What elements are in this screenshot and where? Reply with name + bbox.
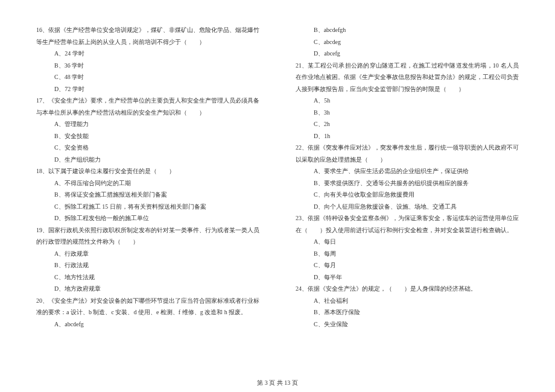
q16-text: 16、依据《生产经营单位安全培训规定》，煤矿、非煤矿山、危险化学品、烟花爆竹等生… bbox=[36, 24, 259, 48]
q22-opt-b: B、要求提供医疗、交通等公共服务的组织提供相应的服务 bbox=[296, 177, 519, 189]
q17-opt-c: C、安全资格 bbox=[36, 142, 259, 154]
page-container: 16、依据《生产经营单位安全培训规定》，煤矿、非煤矿山、危险化学品、烟花爆竹等生… bbox=[0, 0, 555, 374]
q23-opt-d: D、每半年 bbox=[296, 271, 519, 283]
q20-text: 20、《安全生产法》对安全设备的如下哪些环节提出了应当符合国家标准或者行业标准的… bbox=[36, 295, 259, 318]
q24-text: 24、依据《安全生产法》的规定，（ ）是人身保障的经济基础。 bbox=[296, 283, 519, 295]
right-column: B、abcdefgh C、abcdeg D、abcefg 21、某工程公司承担公… bbox=[296, 24, 519, 356]
q21-opt-c: C、2h bbox=[296, 118, 519, 130]
q20-opt-b: B、abcdefgh bbox=[296, 24, 519, 36]
q22-opt-c: C、向有关单位收取全部应急救援费用 bbox=[296, 189, 519, 201]
q22-text: 22、依据《突发事件应对法》，突发事件发生后，履行统一领导职责的人民政府不可以采… bbox=[296, 142, 519, 165]
q18-text: 18、以下属于建设单位未履行安全责任的是（ ） bbox=[36, 165, 259, 177]
q22-opt-a: A、要求生产、供应生活必需品的企业组织生产，保证供给 bbox=[296, 165, 519, 177]
q19-opt-a: A、行政规章 bbox=[36, 248, 259, 260]
q17-opt-d: D、生产组织能力 bbox=[36, 154, 259, 166]
q20-opt-c: C、abcdeg bbox=[296, 36, 519, 48]
q21-opt-b: B、3h bbox=[296, 107, 519, 119]
q21-opt-d: D、1h bbox=[296, 130, 519, 142]
q23-opt-c: C、每月 bbox=[296, 259, 519, 271]
q21-opt-a: A、5h bbox=[296, 95, 519, 107]
page-footer: 第 3 页 共 13 页 bbox=[0, 379, 555, 387]
q16-opt-c: C、48 学时 bbox=[36, 71, 259, 83]
q23-text: 23、依据《特种设备安全监察条例》，为保证乘客安全，客运缆车的运营使用单位应在（… bbox=[296, 212, 519, 236]
q18-opt-b: B、将保证安全施工措施报送相关部门备案 bbox=[36, 189, 259, 201]
q17-opt-b: B、安全技能 bbox=[36, 130, 259, 142]
q16-opt-d: D、72 学时 bbox=[36, 83, 259, 95]
q17-opt-a: A、管理能力 bbox=[36, 118, 259, 130]
q19-opt-c: C、地方性法规 bbox=[36, 271, 259, 283]
q20-opt-d: D、abcefg bbox=[296, 48, 519, 60]
q16-opt-a: A、24 学时 bbox=[36, 48, 259, 60]
q24-opt-a: A、社会福利 bbox=[296, 295, 519, 307]
q18-opt-c: C、拆除工程施工 15 日前，将有关资料报送相关部门备案 bbox=[36, 201, 259, 213]
q23-opt-b: B、每周 bbox=[296, 248, 519, 260]
q19-opt-b: B、行政法规 bbox=[36, 259, 259, 271]
q17-text: 17、《安全生产法》要求，生产经营单位的主要负责人和安全生产管理人员必须具备与本… bbox=[36, 95, 259, 118]
q20-opt-a: A、abcdefg bbox=[36, 318, 259, 330]
q24-opt-c: C、失业保险 bbox=[296, 318, 519, 330]
q18-opt-d: D、拆除工程发包给一般的施工单位 bbox=[36, 212, 259, 224]
q19-text: 19、国家行政机关依照行政职权所制定发布的针对某一类事件、行为或者某一类人员的行… bbox=[36, 224, 259, 248]
q22-opt-d: D、向个人征用应急救援设备、设施、场地、交通工具 bbox=[296, 201, 519, 213]
q21-text: 21、某工程公司承担公路的穿山隧道工程，在施工过程中隧道发生坍塌，10 名人员在… bbox=[296, 60, 519, 95]
q19-opt-d: D、地方政府规章 bbox=[36, 283, 259, 295]
q18-opt-a: A、不得压缩合同约定的工期 bbox=[36, 177, 259, 189]
q24-opt-b: B、基本医疗保险 bbox=[296, 306, 519, 318]
q16-opt-b: B、36 学时 bbox=[36, 60, 259, 72]
q23-opt-a: A、每日 bbox=[296, 236, 519, 248]
left-column: 16、依据《生产经营单位安全培训规定》，煤矿、非煤矿山、危险化学品、烟花爆竹等生… bbox=[36, 24, 259, 356]
